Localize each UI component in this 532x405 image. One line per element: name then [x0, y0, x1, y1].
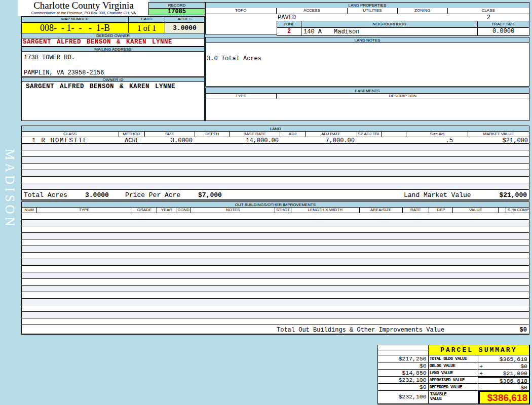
- land-col-adj-rate: ADJ RATE: [306, 132, 357, 137]
- land-properties-headers: TOPO ACCESS UTILITIES ZONING CLASS: [205, 8, 529, 14]
- land-col-market-value: MARKET VALUE: [468, 132, 529, 137]
- parcel-summary-header: PARCEL SUMMARY: [378, 345, 529, 355]
- land-cell-class: 1 R HOMESITE: [32, 137, 88, 144]
- ob-col-sthgt: STHGT: [275, 208, 291, 213]
- ob-col-length-width: LENGTH X WIDTH: [291, 208, 360, 213]
- out-buildings-band: OUT BUILDINGS/OTHER IMPROVEMENTS: [21, 201, 529, 208]
- land-note: 3.0 Total Acres: [206, 43, 529, 62]
- empty-row: [22, 266, 529, 272]
- land-col-base-rate: BASE RATE: [230, 132, 280, 137]
- ob-col-blank: [499, 208, 506, 213]
- ob-col-value: VALUE: [453, 208, 499, 213]
- district-sidebar: MADISON: [0, 136, 19, 242]
- ps-prior: $14,850: [378, 370, 429, 377]
- ps-value: $21,000: [503, 370, 527, 377]
- empty-row: [22, 246, 529, 253]
- land-notes-band: LAND NOTES: [205, 37, 529, 43]
- ps-label: APPRAISED VALUE: [429, 377, 479, 384]
- mailing-address-box: 1738 TOWER RD. PAMPLIN, VA 23958-2156: [21, 52, 205, 77]
- neighborhood-code: 140 A: [303, 28, 322, 35]
- ps-value: $0: [520, 363, 527, 370]
- empty-row: [22, 318, 529, 325]
- ps-row-total-bldg: $217,250 TOTAL BLDG VALUE $365,618: [378, 355, 529, 362]
- ob-total-value: $0: [520, 327, 527, 334]
- empty-row: [22, 239, 529, 246]
- land-band: LAND: [21, 126, 529, 132]
- price-per-acre-label: Price Per Acre: [125, 191, 180, 199]
- empty-row: [22, 299, 529, 305]
- county-title: Charlotte County Virginia: [18, 0, 149, 11]
- out-buildings-empty-rows: [21, 213, 529, 325]
- total-acres-label: Total Acres: [24, 191, 67, 199]
- land-cell-adj-rate: 7,000.00: [306, 137, 355, 144]
- land-cell-size-adj: .5: [407, 137, 453, 144]
- ob-col-pct-comp: % COMP: [512, 208, 529, 213]
- col-utilities: UTILITIES: [348, 8, 398, 14]
- ps-prior: $217,250: [378, 355, 429, 362]
- empty-row: [22, 183, 529, 190]
- out-buildings-table: OUT BUILDINGS/OTHER IMPROVEMENTS NUM TYP…: [21, 201, 529, 335]
- zone-value: 2: [277, 28, 301, 35]
- empty-row: [22, 292, 529, 299]
- land-cell-base-rate: 14,000.00: [230, 137, 279, 144]
- land-totals-row: Total Acres 3.0000 Price Per Acre $7,000…: [21, 190, 529, 200]
- ob-col-s: S: [506, 208, 512, 213]
- total-acres-value: 3.0000: [85, 191, 109, 199]
- out-buildings-column-headers: NUM TYPE GRADE YEAR COND NOTES STHGT LEN…: [21, 208, 529, 213]
- owner-id-band: OWNER ID: [21, 77, 205, 82]
- empty-row: [22, 150, 529, 157]
- ps-sign: -: [479, 384, 483, 391]
- ps-label: LAND VALUE: [429, 370, 479, 377]
- ob-col-area-size: AREA/SIZE: [360, 208, 403, 213]
- land-market-value-label: Land Market Value: [404, 191, 471, 199]
- land-cell-method: ACRE: [119, 137, 145, 144]
- ps-prior: $0: [378, 384, 429, 391]
- land-notes-box: 3.0 Total Acres: [205, 43, 529, 87]
- ob-col-cond: COND: [176, 208, 191, 213]
- ob-total-label: Total Out Buildings & Other Improvements…: [277, 327, 444, 334]
- ps-prior: $0: [378, 362, 429, 370]
- land-col-adj: ADJ: [280, 132, 306, 137]
- land-data-row: 1 R HOMESITE ACRE 3.0000 14,000.00 7,000…: [21, 137, 529, 144]
- ob-col-num: NUM: [22, 208, 37, 213]
- land-empty-rows: [21, 144, 529, 190]
- ps-prior: $232,100: [378, 377, 429, 384]
- ob-col-year: YEAR: [157, 208, 176, 213]
- commissioner-line: Commissioner of the Revenue, PO Box 308,…: [18, 11, 149, 15]
- ps-label: TAXABLE VALUE: [429, 391, 457, 401]
- topo-value-box: [205, 14, 277, 34]
- ps-row-land: $14,850 LAND VALUE + $21,000: [378, 370, 529, 377]
- neighborhood-header: NEIGHBORHOOD: [301, 21, 478, 27]
- empty-row: [22, 177, 529, 183]
- owner-id-box: SARGENT ALFRED BENSON & KAREN LYNNE: [21, 82, 205, 121]
- map-number-header: MAP NUMBER: [22, 17, 129, 22]
- ob-col-type: TYPE: [37, 208, 132, 213]
- neighborhood-name: Madison: [334, 28, 359, 35]
- empty-row: [22, 272, 529, 279]
- ob-col-notes: NOTES: [191, 208, 275, 213]
- ps-value: $365,618: [500, 356, 527, 362]
- empty-row: [22, 305, 529, 312]
- map-number-value: 008- - 1- - - 1-B: [22, 23, 129, 34]
- tract-size-value: 0.0000: [478, 28, 529, 35]
- ps-prior: $232,100: [378, 391, 429, 403]
- ps-row-appraised: $232,100 APPRAISED VALUE $386,618: [378, 377, 529, 384]
- card-header: CARD: [129, 17, 165, 22]
- deeded-owner-band: DEEDED OWNER: [21, 33, 205, 38]
- mailing-address-band: MAILING ADDRESS: [21, 47, 205, 52]
- land-col-size-adj: Size Adj: [406, 132, 468, 137]
- map-card-acres-table: MAP NUMBER CARD ACRES 008- - 1- - - 1-B …: [21, 16, 205, 34]
- land-cell-size: 3.0000: [145, 137, 193, 144]
- ps-value: $386,618: [500, 378, 527, 384]
- easements-headers: TYPE DESCRIPTION: [205, 94, 529, 99]
- out-buildings-total-row: Total Out Buildings & Other Improvements…: [21, 325, 529, 335]
- empty-row: [22, 279, 529, 286]
- col-zoning: ZONING: [398, 8, 448, 14]
- title-box: Charlotte County Virginia Commissioner o…: [18, 0, 149, 16]
- acres-value: 3.0000: [165, 23, 204, 34]
- land-col-class: CLASS: [22, 132, 119, 137]
- record-value: 17085: [148, 8, 205, 15]
- col-topo: TOPO: [206, 8, 277, 14]
- ps-label: TOTAL BLDG VALUE: [429, 355, 479, 362]
- land-table: LAND CLASS METHOD SIZE DEPTH BASE RATE A…: [21, 126, 529, 200]
